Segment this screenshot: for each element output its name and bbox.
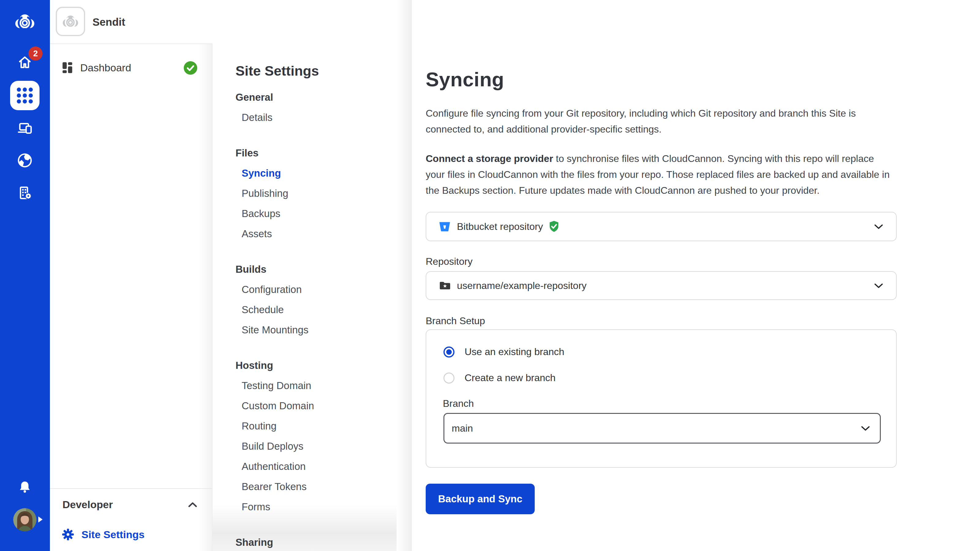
- radio-label: Use an existing branch: [465, 346, 565, 357]
- intro-paragraph: Configure file syncing from your Git rep…: [426, 105, 894, 137]
- nav-group-label: General: [235, 87, 395, 108]
- radio-label: Create a new branch: [465, 372, 555, 384]
- bitbucket-icon: [439, 222, 450, 232]
- branch-value: main: [452, 423, 473, 434]
- nav-group-label: Sharing: [235, 532, 395, 551]
- nav-item-details[interactable]: Details: [235, 108, 395, 128]
- nav-item-forms[interactable]: Forms: [235, 497, 395, 517]
- developer-label: Developer: [62, 499, 113, 511]
- provider-value: Bitbucket repository: [457, 221, 543, 232]
- repository-value: username/example-repository: [457, 280, 587, 291]
- nav-item-bearer-tokens[interactable]: Bearer Tokens: [235, 476, 395, 497]
- nav-item-backups[interactable]: Backups: [235, 203, 395, 224]
- developer-section-divider: [50, 488, 213, 489]
- nav-item-testing-domain[interactable]: Testing Domain: [235, 376, 395, 396]
- shield-check-icon: [549, 221, 560, 233]
- chevron-down-icon: [874, 224, 883, 229]
- nav-group-hosting: Hosting Testing Domain Custom Domain Rou…: [235, 356, 395, 517]
- branch-select[interactable]: main: [444, 413, 881, 443]
- folder-star-icon: [439, 281, 451, 291]
- check-circle-icon: [184, 61, 197, 76]
- dashboard-label: Dashboard: [80, 62, 131, 74]
- gear-icon: [62, 528, 74, 541]
- nav-item-routing[interactable]: Routing: [235, 416, 395, 436]
- branch-label: Branch: [443, 398, 474, 409]
- nav-item-syncing[interactable]: Syncing: [235, 163, 395, 183]
- nav-group-label: Builds: [235, 259, 395, 279]
- nav-item-configuration[interactable]: Configuration: [235, 279, 395, 300]
- nav-group-label: Hosting: [235, 356, 395, 376]
- nav-item-authentication[interactable]: Authentication: [235, 456, 395, 476]
- nav-item-build-deploys[interactable]: Build Deploys: [235, 436, 395, 456]
- dashboard-icon: [61, 61, 73, 74]
- cloudcannon-logo-gray: [62, 14, 79, 29]
- chevron-down-icon: [861, 426, 870, 431]
- site-logo[interactable]: [56, 7, 85, 36]
- nav-item-schedule[interactable]: Schedule: [235, 300, 395, 320]
- chevron-up-icon: [188, 502, 197, 508]
- settings-column-shadow: [396, 0, 412, 551]
- storage-provider-select[interactable]: Bitbucket repository: [426, 212, 897, 241]
- repository-select[interactable]: username/example-repository: [426, 271, 897, 300]
- repository-label: Repository: [426, 256, 473, 267]
- provider-note-paragraph: Connect a storage provider to synchronis…: [426, 151, 894, 198]
- branch-setup-group: Use an existing branch Create a new bran…: [426, 329, 897, 468]
- content-layer: Sendit Dashboard Developer: [0, 0, 980, 551]
- radio-unselected-icon[interactable]: [444, 373, 455, 384]
- project-column-border: [212, 43, 213, 551]
- site-settings-label: Site Settings: [81, 529, 145, 541]
- provider-note-bold: Connect a storage provider: [426, 153, 553, 164]
- nav-item-assets[interactable]: Assets: [235, 224, 395, 244]
- nav-group-general: General Details: [235, 87, 395, 128]
- nav-group-sharing: Sharing: [235, 532, 395, 551]
- branch-setup-label: Branch Setup: [426, 315, 485, 327]
- sidebar-item-site-settings[interactable]: Site Settings: [62, 526, 203, 543]
- header-divider: [50, 43, 213, 44]
- nav-item-custom-domain[interactable]: Custom Domain: [235, 396, 395, 416]
- settings-nav: General Details Files Syncing Publishing…: [235, 87, 395, 551]
- project-column-shadow: [199, 44, 212, 551]
- nav-group-builds: Builds Configuration Schedule Site Mount…: [235, 259, 395, 340]
- nav-item-site-mountings[interactable]: Site Mountings: [235, 320, 395, 340]
- site-name: Sendit: [92, 0, 125, 44]
- radio-use-existing-branch[interactable]: Use an existing branch: [444, 346, 565, 357]
- nav-group-files: Files Syncing Publishing Backups Assets: [235, 143, 395, 244]
- nav-item-publishing[interactable]: Publishing: [235, 183, 395, 203]
- app-root: { "colors": { "accent_blue": "#0D45D2", …: [0, 0, 980, 551]
- nav-group-label: Files: [235, 143, 395, 163]
- settings-nav-title: Site Settings: [235, 63, 319, 79]
- radio-create-new-branch[interactable]: Create a new branch: [444, 372, 555, 384]
- backup-and-sync-button[interactable]: Backup and Sync: [426, 484, 535, 514]
- chevron-down-icon: [874, 283, 883, 288]
- radio-selected-icon[interactable]: [444, 346, 455, 357]
- developer-section-toggle[interactable]: Developer: [62, 496, 197, 513]
- page-title: Syncing: [426, 68, 504, 91]
